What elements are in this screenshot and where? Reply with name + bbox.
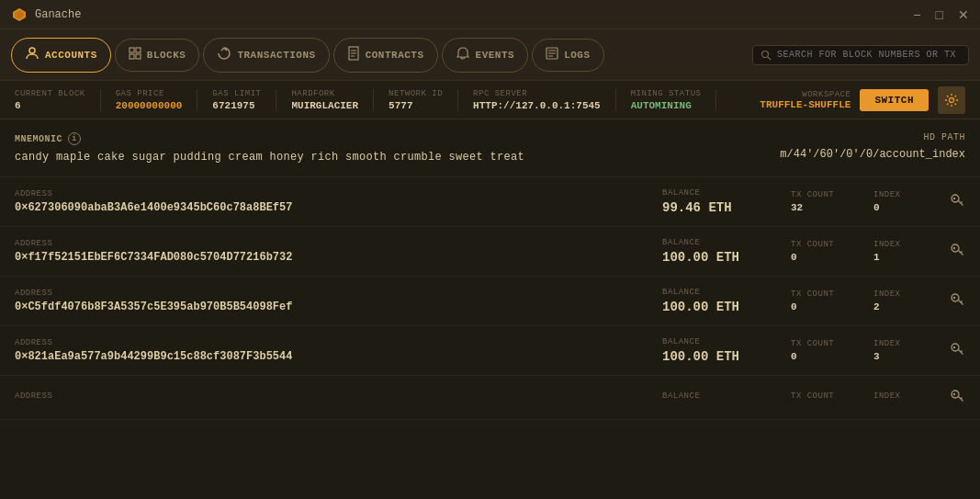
- stat-hardfork: HARDFORK MUIRGLACIER: [276, 89, 374, 111]
- tx-label-5: TX COUNT: [791, 391, 873, 401]
- account-left-0: ADDRESS 0×627306090abaB3A6e1400e9345bC60…: [15, 189, 625, 214]
- network-id-value: 5777: [389, 100, 443, 111]
- stat-mining-status: MINING STATUS AUTOMINING: [616, 89, 717, 111]
- hd-path-label: HD PATH: [780, 132, 965, 142]
- workspace-info: WORKSPACE TRUFFLE-SHUFFLE: [760, 90, 850, 110]
- settings-button[interactable]: [938, 86, 965, 114]
- account-balance-0: BALANCE 99.46 ETH: [662, 188, 791, 215]
- workspace-label: WORKSPACE: [760, 90, 850, 99]
- index-label-1: INDEX: [873, 240, 938, 249]
- gas-price-value: 20000000000: [116, 100, 183, 111]
- gas-price-label: GAS PRICE: [116, 89, 183, 98]
- minimize-button[interactable]: −: [913, 8, 920, 21]
- svg-point-17: [950, 97, 954, 102]
- balance-label-0: BALANCE: [662, 188, 791, 198]
- gas-limit-value: 6721975: [212, 100, 261, 111]
- gear-icon: [944, 93, 959, 108]
- svg-point-25: [953, 346, 955, 348]
- maximize-button[interactable]: □: [936, 8, 943, 21]
- hd-path-value: m/44'/60'/0'/0/account_index: [780, 148, 965, 161]
- mnemonic-section: MNEMONIC i candy maple cake sugar puddin…: [0, 119, 980, 177]
- account-row-0: ADDRESS 0×627306090abaB3A6e1400e9345bC60…: [0, 177, 980, 227]
- balance-label-1: BALANCE: [662, 238, 791, 247]
- search-bar[interactable]: [752, 45, 969, 65]
- account-index-0: INDEX 0: [873, 190, 938, 213]
- address-label-2: ADDRESS: [15, 289, 625, 298]
- key-icon-5[interactable]: [949, 387, 965, 403]
- stat-network-id: NETWORK ID 5777: [374, 89, 458, 111]
- contracts-icon: [347, 46, 360, 64]
- account-index-3: INDEX 3: [873, 339, 938, 362]
- nav-bar: ACCOUNTS BLOCKS TRANSACTIONS: [0, 29, 980, 81]
- balance-value-2: 100.00 ETH: [662, 300, 791, 314]
- rpc-server-label: RPC SERVER: [473, 89, 601, 98]
- account-left-1: ADDRESS 0×f17f52151EbEF6C7334FAD080c5704…: [15, 239, 625, 264]
- search-input[interactable]: [777, 50, 961, 60]
- account-tx-0: TX COUNT 32: [791, 190, 873, 213]
- stats-bar: CURRENT BLOCK 6 GAS PRICE 20000000000 GA…: [0, 81, 980, 119]
- key-icon-1: [949, 241, 965, 257]
- mnemonic-info-icon[interactable]: i: [68, 132, 81, 145]
- address-label-1: ADDRESS: [15, 239, 625, 248]
- index-value-2: 2: [873, 301, 938, 312]
- nav-item-logs[interactable]: LOGS: [532, 39, 603, 72]
- balance-value-1: 100.00 ETH: [662, 250, 791, 265]
- accounts-list: ADDRESS 0×627306090abaB3A6e1400e9345bC60…: [0, 177, 980, 376]
- tx-count-label-3: TX COUNT: [791, 339, 873, 348]
- close-button[interactable]: ✕: [958, 8, 969, 21]
- nav-item-contracts[interactable]: CONTRACTS: [333, 38, 438, 73]
- mnemonic-words: candy maple cake sugar pudding cream hon…: [15, 151, 524, 164]
- hardfork-value: MUIRGLACIER: [291, 100, 358, 111]
- key-button-3[interactable]: [938, 340, 965, 361]
- index-value-3: 3: [873, 351, 938, 362]
- nav-item-blocks[interactable]: BLOCKS: [115, 39, 200, 72]
- nav-item-transactions[interactable]: TRANSACTIONS: [203, 38, 329, 73]
- account-balance-2: BALANCE 100.00 ETH: [662, 288, 791, 314]
- tx-count-label-2: TX COUNT: [791, 289, 873, 299]
- key-button-1[interactable]: [938, 241, 965, 262]
- nav-accounts-label: ACCOUNTS: [45, 50, 97, 61]
- nav-item-accounts[interactable]: ACCOUNTS: [11, 38, 111, 73]
- account-row-3: ADDRESS 0×821aEa9a577a9b44299B9c15c88cf3…: [0, 326, 980, 376]
- nav-item-events[interactable]: EVENTS: [442, 38, 529, 73]
- svg-point-23: [953, 297, 955, 299]
- gas-limit-label: GAS LIMIT: [212, 89, 261, 98]
- svg-point-15: [762, 51, 769, 57]
- network-id-label: NETWORK ID: [389, 89, 443, 98]
- balance-label-3: BALANCE: [662, 337, 791, 346]
- svg-rect-6: [136, 54, 141, 59]
- balance-label-2: BALANCE: [662, 288, 791, 297]
- mining-status-label: MINING STATUS: [631, 89, 702, 98]
- app-title: Ganache: [35, 8, 81, 21]
- index-label-5: INDEX: [873, 391, 938, 401]
- nav-contracts-label: CONTRACTS: [366, 50, 424, 61]
- stat-rpc-server: RPC SERVER HTTP://127.0.0.1:7545: [458, 89, 616, 111]
- hardfork-label: HARDFORK: [291, 89, 358, 98]
- tx-count-value-3: 0: [791, 351, 873, 362]
- title-bar: Ganache − □ ✕: [0, 0, 980, 29]
- account-balance-3: BALANCE 100.00 ETH: [662, 337, 791, 364]
- nav-logs-label: LOGS: [564, 50, 590, 61]
- svg-point-27: [953, 393, 955, 395]
- nav-blocks-label: BLOCKS: [147, 50, 186, 61]
- nav-events-label: EVENTS: [476, 50, 515, 61]
- tx-count-label-0: TX COUNT: [791, 190, 873, 199]
- mnemonic-title-text: MNEMONIC: [15, 134, 62, 144]
- app-logo: [11, 6, 28, 23]
- rpc-server-value: HTTP://127.0.0.1:7545: [473, 100, 601, 111]
- svg-line-16: [768, 57, 771, 60]
- address-value-3: 0×821aEa9a577a9b44299B9c15c88cf3087F3b55…: [15, 350, 625, 363]
- account-row-1: ADDRESS 0×f17f52151EbEF6C7334FAD080c5704…: [0, 227, 980, 277]
- switch-button[interactable]: SWITCH: [860, 89, 929, 111]
- stat-current-block: CURRENT BLOCK 6: [15, 89, 101, 111]
- balance-value-0: 99.46 ETH: [662, 200, 791, 215]
- account-index-1: INDEX 1: [873, 240, 938, 263]
- tx-count-value-2: 0: [791, 301, 873, 312]
- svg-point-2: [29, 48, 35, 53]
- svg-point-19: [953, 198, 955, 199]
- stat-gas-price: GAS PRICE 20000000000: [101, 89, 198, 111]
- key-button-0[interactable]: [938, 191, 965, 212]
- account-left-2: ADDRESS 0×C5fdf4076b8F3A5357c5E395ab970B…: [15, 289, 625, 313]
- index-label-3: INDEX: [873, 339, 938, 348]
- key-button-2[interactable]: [938, 290, 965, 312]
